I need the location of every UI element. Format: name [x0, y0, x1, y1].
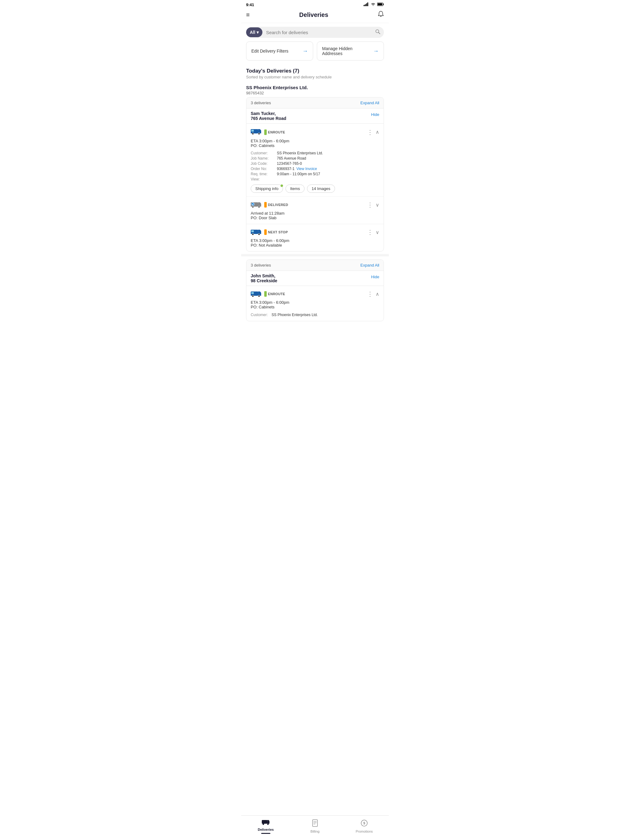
more-options-3-btn[interactable]: ⋮	[367, 229, 373, 236]
edit-delivery-filters-card[interactable]: Edit Delivery Filters →	[246, 41, 313, 61]
tab-promotions[interactable]: $ Promotions	[340, 819, 389, 833]
svg-rect-38	[313, 820, 317, 826]
collapse-1-btn[interactable]: ∧	[375, 129, 379, 135]
address-1-street: 765 Avenue Road	[251, 116, 287, 121]
separator-1	[241, 254, 389, 256]
svg-rect-34	[268, 821, 269, 824]
svg-point-31	[258, 295, 260, 297]
status-badge-2: DELIVERED	[264, 202, 288, 208]
delivery-count-2: 3 deliveries	[251, 263, 271, 267]
delivery-3-truck-area: NEXT STOP	[251, 228, 288, 237]
more-options-2-btn[interactable]: ⋮	[367, 201, 373, 208]
svg-rect-1	[365, 4, 366, 6]
more-options-1-btn[interactable]: ⋮	[367, 128, 373, 136]
status-icons	[364, 2, 384, 7]
hide-1-btn[interactable]: Hide	[371, 112, 379, 117]
delivery-3-header: NEXT STOP ⋮ ∨	[251, 228, 379, 237]
tab-billing[interactable]: Billing	[290, 819, 340, 833]
status-text-2: DELIVERED	[268, 203, 288, 207]
truck-icon-4	[251, 290, 262, 298]
delivery-3-eta: ETA 3:00pm - 6:00pm	[251, 238, 379, 243]
signal-icon	[364, 2, 369, 7]
delivery-group-2: 3 deliveries Expand All John Smith, 98 C…	[246, 259, 384, 321]
delivery-3-actions: ⋮ ∨	[367, 229, 379, 236]
svg-point-12	[252, 133, 254, 135]
wifi-icon	[371, 2, 375, 7]
partial-detail-label: Customer:	[251, 313, 268, 317]
delivery-1-actions: ⋮ ∧	[367, 128, 379, 136]
more-options-4-btn[interactable]: ⋮	[367, 290, 373, 298]
status-dot-1	[264, 129, 267, 135]
delivery-2-header: DELIVERED ⋮ ∨	[251, 201, 379, 209]
customer-1-block: SS Phoenix Enterprises Ltd. 98765432	[241, 81, 389, 97]
detail-label-orderno: Order No:	[251, 167, 277, 171]
detail-value-jobcode: 1234567-765-0	[277, 161, 302, 166]
items-btn[interactable]: Items	[285, 185, 304, 193]
status-text-1: ENROUTE	[268, 130, 285, 134]
search-bar: All ▾	[246, 27, 384, 38]
tab-active-indicator	[261, 833, 271, 834]
filter-dropdown[interactable]: All ▾	[246, 27, 263, 37]
detail-label-jobcode: Job Code:	[251, 161, 277, 166]
manage-hidden-addresses-card[interactable]: Manage Hidden Addresses →	[317, 41, 384, 61]
bell-icon[interactable]	[378, 11, 384, 19]
delivery-1-po: PO: Cabinets	[251, 143, 379, 148]
svg-point-20	[251, 203, 255, 206]
search-icon[interactable]	[372, 27, 384, 38]
delivery-1-details: Customer: SS Phoenix Enterprises Ltd. Jo…	[251, 151, 379, 193]
svg-marker-17	[258, 202, 261, 204]
app-header: ≡ Deliveries	[241, 8, 389, 23]
delivery-1-header: ENROUTE ⋮ ∧	[251, 127, 379, 137]
expand-all-2-btn[interactable]: Expand All	[361, 263, 379, 267]
filter-label: All	[250, 30, 255, 35]
images-btn[interactable]: 14 Images	[307, 185, 335, 193]
status-dot-3	[264, 229, 267, 235]
svg-marker-29	[258, 292, 261, 293]
detail-label-customer: Customer:	[251, 151, 277, 155]
manage-addresses-arrow-icon: →	[373, 48, 379, 54]
search-input[interactable]	[263, 27, 372, 38]
detail-row-orderno: Order No: 9366937-1 View Invoice	[251, 167, 379, 171]
delivery-2-arrived: Arrived at 11:28am	[251, 211, 379, 216]
delivery-4-eta: ETA 3:00pm - 6:00pm	[251, 300, 379, 305]
address-2: John Smith, 98 Creekside Hide	[246, 271, 384, 286]
delivery-group-2-header: 3 deliveries Expand All	[246, 260, 384, 271]
delivery-group-1-header: 3 deliveries Expand All	[246, 98, 384, 109]
chevron-down-icon: ▾	[256, 30, 259, 35]
shipping-info-btn[interactable]: Shipping info	[251, 185, 283, 193]
view-invoice-link[interactable]: View Invoice	[296, 167, 317, 171]
todays-deliveries-header: Today's Deliveries (7) Sorted by custome…	[241, 65, 389, 81]
detail-row-reqtime: Req. time: 9:00am - 11:00pm on 5/17	[251, 172, 379, 176]
address-1: Sam Tucker, 765 Avenue Road Hide	[246, 109, 384, 123]
collapse-4-btn[interactable]: ∧	[375, 291, 379, 297]
detail-label-view: View:	[251, 177, 277, 182]
detail-value-jobname: 765 Avenue Road	[277, 156, 306, 161]
expand-3-btn[interactable]: ∨	[375, 229, 379, 235]
menu-icon[interactable]: ≡	[246, 11, 250, 19]
svg-rect-6	[378, 3, 382, 6]
svg-point-18	[252, 206, 254, 208]
delivery-1-enroute: ENROUTE ⋮ ∧ ETA 3:00pm - 6:00pm PO: Cabi…	[246, 123, 384, 197]
detail-label-reqtime: Req. time:	[251, 172, 277, 176]
bottom-tab-bar: Deliveries Billing $ Promotions	[241, 815, 389, 840]
partial-detail-value: SS Phoenix Enterprises Ltd.	[272, 313, 318, 317]
delivery-4-po: PO: Cabinets	[251, 305, 379, 309]
deliveries-tab-label: Deliveries	[258, 828, 274, 831]
svg-rect-3	[367, 2, 368, 6]
expand-all-1-btn[interactable]: Expand All	[361, 101, 379, 105]
delivery-2-delivered: DELIVERED ⋮ ∨ Arrived at 11:28am PO: Doo…	[246, 197, 384, 224]
truck-icon-1	[251, 127, 262, 137]
truck-icon-2	[251, 201, 262, 209]
tab-deliveries[interactable]: Deliveries	[241, 819, 290, 834]
expand-2-btn[interactable]: ∨	[375, 202, 379, 208]
delivery-count-1: 3 deliveries	[251, 101, 271, 105]
delivery-4-enroute: ENROUTE ⋮ ∧ ETA 3:00pm - 6:00pm PO: Cabi…	[246, 286, 384, 321]
svg-rect-5	[383, 4, 384, 5]
hide-2-btn[interactable]: Hide	[371, 275, 379, 279]
svg-rect-0	[364, 5, 364, 6]
svg-point-25	[258, 234, 260, 235]
svg-point-24	[252, 234, 254, 235]
svg-line-8	[379, 33, 380, 34]
quick-actions: Edit Delivery Filters → Manage Hidden Ad…	[246, 41, 384, 61]
svg-marker-23	[258, 230, 261, 231]
